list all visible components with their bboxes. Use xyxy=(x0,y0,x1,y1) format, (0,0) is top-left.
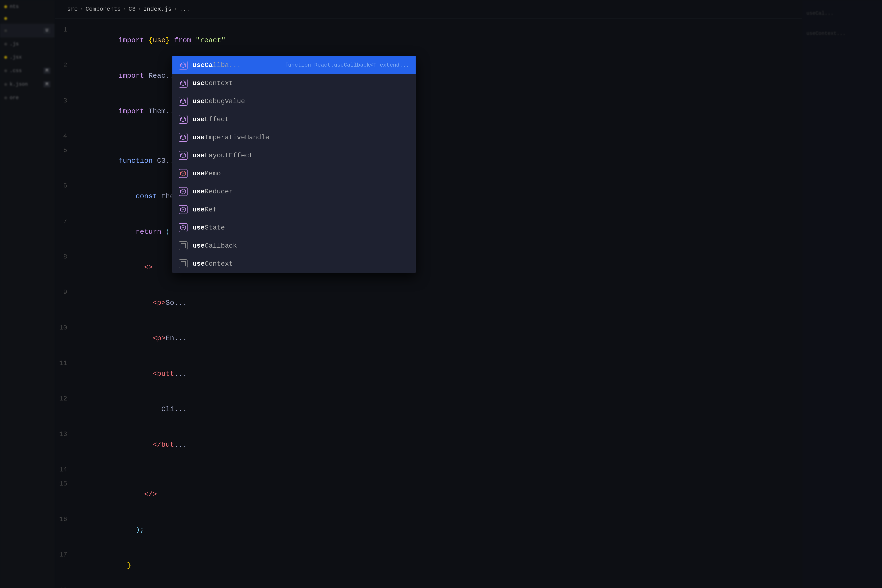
autocomplete-item-useRef[interactable]: useRef xyxy=(172,201,416,219)
ac-rest-useReducer: Reducer xyxy=(205,188,233,195)
ac-icon-cube-useState xyxy=(179,223,188,232)
line-content-16[interactable]: ); xyxy=(76,514,144,546)
line-content-2[interactable]: import Reac... xyxy=(76,60,178,92)
ac-rest-useMemo: Memo xyxy=(205,170,221,177)
line-number-2: 2 xyxy=(55,62,76,69)
line-number-8: 8 xyxy=(55,253,76,261)
token-indent-17 xyxy=(118,561,127,569)
sidebar-filename-more: ore xyxy=(10,95,19,100)
line-content-7[interactable]: return ( xyxy=(76,216,170,248)
autocomplete-dropdown: useCallba... function React.useCallback<… xyxy=(172,56,416,273)
code-line-6: 6 const the... xyxy=(55,179,802,214)
line-content-11[interactable]: <butt... xyxy=(76,358,187,390)
sidebar: nts U .js .jsx .css M k.json M xyxy=(0,0,55,588)
autocomplete-item-useState[interactable]: useState xyxy=(172,219,416,237)
token-cli: Cli xyxy=(161,405,174,413)
sidebar-badge-css: M xyxy=(44,68,50,74)
token-indent-7 xyxy=(118,228,136,236)
right-panel: useCal... useContext... xyxy=(802,0,882,588)
breadcrumb-indexjs[interactable]: Index.js xyxy=(143,6,172,12)
token-dots-11: ... xyxy=(174,370,187,378)
line-content-3[interactable]: import Them... xyxy=(76,95,178,128)
ac-match-useState: use xyxy=(193,224,205,232)
autocomplete-item-useMemo[interactable]: useMemo xyxy=(172,164,416,183)
svg-rect-0 xyxy=(181,243,185,248)
line-content-4 xyxy=(76,131,80,141)
line-number-12: 12 xyxy=(55,395,76,403)
sidebar-dot-json xyxy=(4,83,7,86)
line-content-1[interactable]: import {use} from "react" xyxy=(76,24,225,57)
line-number-14: 14 xyxy=(55,466,76,474)
line-number-16: 16 xyxy=(55,515,76,523)
line-content-5[interactable]: function C3... xyxy=(76,145,178,177)
autocomplete-item-useDebugValue[interactable]: useDebugValue xyxy=(172,92,416,110)
autocomplete-item-useImperativeHandle[interactable]: useImperativeHandle xyxy=(172,128,416,146)
ac-match-useCallback: useCa xyxy=(193,62,213,69)
breadcrumb-ellipsis: ... xyxy=(179,6,190,12)
autocomplete-item-useLayoutEffect[interactable]: useLayoutEffect xyxy=(172,146,416,164)
ac-label-useContext: useContext xyxy=(193,80,409,87)
token-button-close: </but xyxy=(153,441,174,449)
sidebar-badge-3: U xyxy=(44,27,50,34)
sidebar-item-1[interactable]: nts xyxy=(0,0,55,13)
token-brace-close: } xyxy=(166,36,170,44)
code-line-8: 8 <> xyxy=(55,250,802,285)
line-content-12[interactable]: Cli... xyxy=(76,393,187,426)
line-content-9[interactable]: <p>So... xyxy=(76,287,187,319)
breadcrumb-sep-4: › xyxy=(174,6,177,12)
sidebar-label-1: nts xyxy=(10,4,19,9)
editor-container: nts U .js .jsx .css M k.json M xyxy=(0,0,882,588)
line-content-13[interactable]: </but... xyxy=(76,429,187,461)
token-jsx-fragment-close: </> xyxy=(144,490,157,498)
sidebar-item-css[interactable]: .css M xyxy=(0,64,55,78)
autocomplete-item-useContext2[interactable]: useContext xyxy=(172,255,416,273)
line-content-18 xyxy=(76,585,80,588)
sidebar-item-2[interactable] xyxy=(0,13,55,24)
ac-rest-useLayoutEffect: LayoutEffect xyxy=(205,152,253,159)
breadcrumb-c3[interactable]: C3 xyxy=(129,6,136,12)
line-content-8[interactable]: <> xyxy=(76,251,153,284)
line-number-10: 10 xyxy=(55,324,76,332)
sidebar-item-3[interactable]: U xyxy=(0,24,55,38)
breadcrumb-components[interactable]: Components xyxy=(86,6,121,12)
sidebar-item-more[interactable]: ore xyxy=(0,91,55,104)
autocomplete-item-useReducer[interactable]: useReducer xyxy=(172,183,416,201)
code-line-17: 17 } xyxy=(55,548,802,583)
autocomplete-item-useCallback[interactable]: useCallba... function React.useCallback<… xyxy=(172,56,416,74)
sidebar-item-jsx[interactable]: .jsx xyxy=(0,51,55,64)
line-content-6[interactable]: const the... xyxy=(76,180,187,213)
line-number-11: 11 xyxy=(55,359,76,367)
line-content-10[interactable]: <p>En... xyxy=(76,322,187,354)
code-line-12: 12 Cli... xyxy=(55,392,802,427)
ac-rest-useContext2: Context xyxy=(205,260,233,268)
token-import-3: import xyxy=(118,107,148,115)
token-so: So xyxy=(166,299,174,307)
sidebar-filename-json: k.json xyxy=(10,81,28,87)
autocomplete-item-useEffect[interactable]: useEffect xyxy=(172,110,416,128)
breadcrumb-sep-3: › xyxy=(138,6,141,12)
autocomplete-item-useContext[interactable]: useContext xyxy=(172,74,416,92)
code-line-16: 16 ); xyxy=(55,512,802,548)
ac-icon-cube-useDebugValue xyxy=(179,97,188,106)
code-line-3: 3 import Them... xyxy=(55,94,802,129)
code-line-14: 14 xyxy=(55,463,802,477)
token-return: return xyxy=(136,228,166,236)
line-content-15[interactable]: </> xyxy=(76,478,157,510)
breadcrumb-src[interactable]: src xyxy=(67,6,78,12)
ac-label-useImperativeHandle: useImperativeHandle xyxy=(193,134,409,141)
sidebar-item-js[interactable]: .js xyxy=(0,38,55,51)
token-space-1 xyxy=(170,36,174,44)
line-number-6: 6 xyxy=(55,182,76,190)
ac-label-useState: useState xyxy=(193,224,409,232)
ac-icon-cube-useImperativeHandle xyxy=(179,133,188,142)
autocomplete-item-useCallback2[interactable]: useCallback xyxy=(172,237,416,255)
sidebar-badge-json: M xyxy=(44,81,50,87)
token-indent-16 xyxy=(118,526,136,534)
ac-type-useCallback: function React.useCallback<T extend... xyxy=(285,62,409,68)
ac-match-useDebugValue: use xyxy=(193,98,205,105)
line-content-17[interactable]: } xyxy=(76,549,131,582)
sidebar-item-json[interactable]: k.json M xyxy=(0,78,55,91)
sidebar-dot-jsx xyxy=(4,56,7,59)
ac-icon-cube-useMemo xyxy=(179,169,188,178)
token-p-open-2: <p> xyxy=(153,334,165,342)
